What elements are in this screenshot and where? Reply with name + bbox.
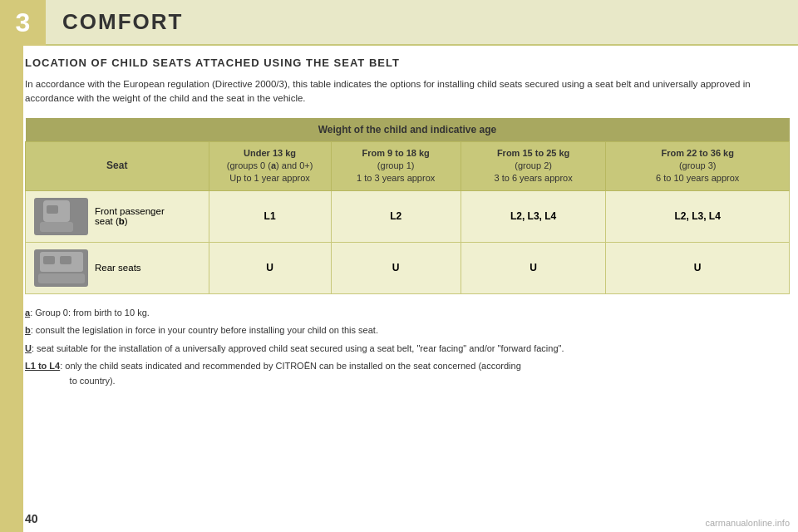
- value-l2l3l4-1: L2, L3, L4: [461, 190, 606, 242]
- front-seat-label: Front passengerseat (b): [95, 206, 165, 226]
- value-u4: U: [606, 242, 790, 293]
- col-header-22to36: From 22 to 36 kg (group 3)6 to 10 years …: [606, 141, 790, 190]
- chapter-box: 3: [0, 0, 46, 46]
- left-sidebar: [0, 0, 23, 532]
- seat-cell-rear: Rear seats: [26, 242, 209, 293]
- value-u1: U: [209, 242, 331, 293]
- value-l2: L2: [331, 190, 461, 242]
- page-number: 40: [25, 512, 38, 525]
- svg-rect-1: [40, 222, 73, 232]
- col-header-15to25: From 15 to 25 kg (group 2)3 to 6 years a…: [461, 141, 606, 190]
- svg-rect-6: [60, 256, 71, 264]
- seat-image-rear: [34, 249, 88, 287]
- column-headers-row: Seat Under 13 kg (groups 0 (a) and 0+)Up…: [26, 141, 790, 190]
- table-row: Rear seats U U U U: [26, 242, 790, 293]
- section-title: LOCATION OF CHILD SEATS ATTACHED USING T…: [25, 57, 790, 69]
- header-bar: COMFORT: [46, 0, 798, 46]
- notes-section: a: Group 0: from birth to 10 kg. b: cons…: [25, 306, 790, 389]
- value-u3: U: [461, 242, 606, 293]
- value-l1: L1: [209, 190, 331, 242]
- child-seats-table: Weight of the child and indicative age S…: [25, 118, 790, 294]
- note-a: a: Group 0: from birth to 10 kg.: [25, 306, 790, 321]
- svg-rect-4: [38, 273, 85, 283]
- seat-cell-front: Front passengerseat (b): [26, 190, 209, 242]
- svg-rect-5: [43, 256, 55, 264]
- col-header-seat: Seat: [26, 141, 209, 190]
- value-l2l3l4-2: L2, L3, L4: [606, 190, 790, 242]
- value-u2: U: [331, 242, 461, 293]
- table-main-header: Weight of the child and indicative age: [26, 118, 790, 142]
- note-l1tol4: L1 to L4: only the child seats indicated…: [25, 359, 790, 388]
- note-u: U: seat suitable for the installation of…: [25, 342, 790, 357]
- header-title: COMFORT: [62, 9, 183, 35]
- note-b: b: consult the legislation in force in y…: [25, 323, 790, 338]
- table-row: Front passengerseat (b) L1 L2 L2, L3, L4…: [26, 190, 790, 242]
- chapter-number: 3: [16, 7, 31, 38]
- rear-seat-label: Rear seats: [95, 263, 141, 273]
- intro-text: In accordance with the European regulati…: [25, 77, 790, 106]
- main-content: LOCATION OF CHILD SEATS ATTACHED USING T…: [25, 50, 790, 507]
- table-header-row: Weight of the child and indicative age: [26, 118, 790, 142]
- svg-rect-2: [47, 205, 58, 214]
- col-header-under13: Under 13 kg (groups 0 (a) and 0+)Up to 1…: [209, 141, 331, 190]
- seat-image-front: [34, 198, 88, 235]
- col-header-9to18: From 9 to 18 kg (group 1)1 to 3 years ap…: [331, 141, 461, 190]
- rear-seat-svg: [37, 250, 86, 285]
- watermark: carmanualonline.info: [705, 518, 790, 528]
- front-seat-svg: [37, 199, 86, 234]
